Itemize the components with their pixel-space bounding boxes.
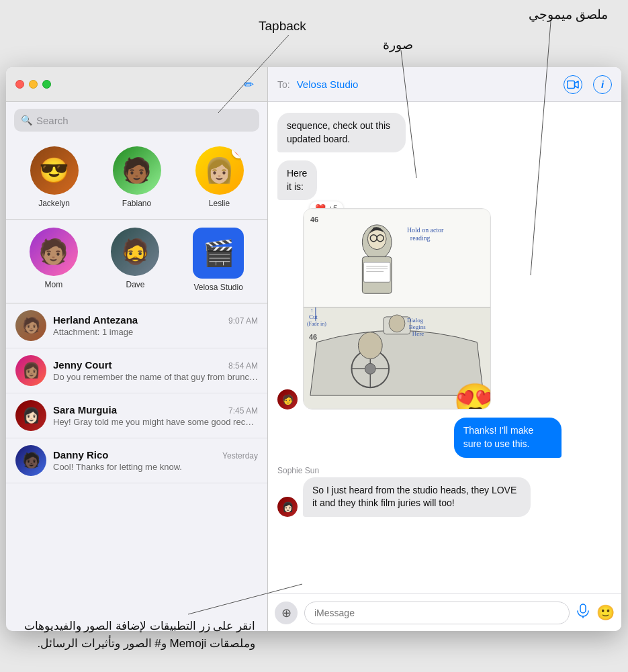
conv-time-danny: Yesterday (222, 451, 258, 461)
chat-header-actions: i (564, 75, 612, 94)
conversation-danny[interactable]: 🧑🏿 Danny Rico Yesterday Cool! Thanks for… (6, 438, 267, 483)
svg-rect-5 (304, 209, 490, 309)
message-thanks: Thanks! I'll make sure to use this. (454, 418, 562, 457)
avatar-sender-image: 🧑 (277, 389, 298, 410)
search-bar[interactable]: 🔍 Search (14, 109, 259, 132)
chat-messages: sequence, check out this updated board. … (268, 102, 621, 593)
message-here-it-is: Here it is: (277, 160, 317, 200)
contact-name-leslie: Leslie (209, 199, 230, 208)
conv-preview-herland: Attachment: 1 image (53, 327, 258, 337)
conv-time-jenny: 8:54 AM (228, 361, 258, 371)
sidebar: ✏ 🔍 Search 😎 Jackelyn 🧑🏾 Fabiano (6, 67, 268, 631)
pinned-contact-fabiano[interactable]: 🧑🏾 Fabiano (113, 146, 161, 208)
traffic-lights (15, 80, 51, 89)
svg-point-29 (389, 315, 405, 332)
memoji-annotation-label: ملصق ميموجي (529, 7, 608, 22)
conversation-jenny[interactable]: 👩🏽 Jenny Court 8:54 AM Do you remember t… (6, 348, 267, 393)
conversation-sara[interactable]: 👩🏻 Sara Murguia 7:45 AM Hey! Gray told m… (6, 393, 267, 438)
avatar-fabiano: 🧑🏾 (113, 146, 161, 195)
avatar-dave: 🧔 (111, 228, 159, 276)
conv-preview-danny: Cool! Thanks for letting me know. (53, 462, 258, 472)
svg-text:Hold on actor: Hold on actor (407, 226, 444, 234)
svg-text:(Fade in): (Fade in) (307, 321, 326, 327)
conv-time-sara: 7:45 AM (228, 406, 258, 416)
sender-name-sophie: Sophie Sun (277, 466, 612, 475)
conv-content-jenny: Jenny Court 8:54 AM Do you remember the … (53, 359, 258, 382)
svg-text:Here: Here (412, 330, 424, 337)
audio-button[interactable] (576, 604, 590, 622)
chat-panel: To: Velosa Studio i sequence, check out … (268, 67, 621, 631)
conv-content-herland: Herland Antezana 9:07 AM Attachment: 1 i… (53, 314, 258, 337)
compose-button[interactable]: ✏ (239, 75, 258, 94)
svg-text:Dialog: Dialog (407, 317, 424, 324)
pinned-contact-leslie[interactable]: 👩🏼 ❤️ Leslie (195, 146, 244, 208)
svg-rect-4 (568, 81, 575, 88)
conv-name-danny: Danny Rico (53, 449, 109, 461)
svg-rect-38 (580, 604, 586, 613)
svg-point-27 (358, 332, 382, 359)
avatar-mom: 🧑🏽 (30, 228, 78, 276)
sidebar-titlebar: ✏ (6, 67, 267, 102)
svg-text:↑: ↑ (310, 307, 313, 314)
image-message-container: ❤️ +5 (303, 208, 491, 410)
svg-text:reading: reading (410, 234, 431, 242)
conv-preview-jenny: Do you remember the name of that guy fro… (53, 372, 258, 382)
conv-name-jenny: Jenny Court (53, 359, 112, 371)
contact-name-mom: Mom (44, 280, 62, 289)
contact-name-dave: Dave (126, 280, 144, 289)
conversation-list: 🧑🏽 Herland Antezana 9:07 AM Attachment: … (6, 303, 267, 631)
bottom-annotation-text: انقر على زر التطبيقات لإضافة الصور والفي… (13, 618, 255, 652)
fullscreen-button[interactable] (42, 80, 51, 89)
svg-text:Begins: Begins (409, 324, 426, 330)
pinned-contact-mom[interactable]: 🧑🏽 Mom (30, 228, 78, 292)
avatar-sara: 👩🏻 (15, 400, 46, 431)
svg-text:Cut: Cut (309, 314, 318, 320)
chat-input-bar: ⊕ 🙂 (268, 593, 621, 631)
svg-text:46: 46 (309, 333, 317, 341)
conv-preview-sara: Hey! Gray told me you might have some go… (53, 417, 258, 427)
conv-name-sara: Sara Murguia (53, 404, 117, 416)
search-placeholder: Search (36, 115, 69, 126)
svg-text:46: 46 (310, 215, 318, 224)
pinned-contact-dave[interactable]: 🧔 Dave (111, 228, 159, 292)
conv-content-sara: Sara Murguia 7:45 AM Hey! Gray told me y… (53, 404, 258, 427)
search-icon: 🔍 (21, 115, 32, 126)
to-label: To: (277, 79, 290, 90)
message-sequence: sequence, check out this updated board. (277, 113, 406, 152)
conv-content-danny: Danny Rico Yesterday Cool! Thanks for le… (53, 449, 258, 472)
message-sophie: 👩🏻 So I just heard from the studio heads… (277, 477, 612, 517)
video-call-button[interactable] (564, 75, 582, 94)
conversation-herland[interactable]: 🧑🏽 Herland Antezana 9:07 AM Attachment: … (6, 303, 267, 348)
emoji-button[interactable]: 🙂 (596, 604, 615, 622)
pinned-contact-velosa[interactable]: 🎬 Velosa Studio (193, 228, 244, 292)
avatar-jackelyn: 😎 (30, 146, 79, 195)
message-sophie-group: Sophie Sun 👩🏻 So I just heard from the s… (277, 466, 612, 517)
apps-button[interactable]: ⊕ (275, 602, 298, 624)
online-indicator-mom (70, 268, 78, 276)
conv-time-herland: 9:07 AM (228, 316, 258, 326)
contact-name-fabiano: Fabiano (122, 199, 151, 208)
message-image-group: 🧑 ❤️ +5 (277, 208, 491, 410)
contact-name-velosa: Velosa Studio (193, 283, 242, 292)
svg-rect-12 (363, 262, 390, 283)
avatar-danny: 🧑🏿 (15, 445, 46, 476)
memoji-sticker: 😍 (453, 381, 491, 410)
app-window: ✏ 🔍 Search 😎 Jackelyn 🧑🏾 Fabiano (6, 67, 621, 631)
avatar-velosa: 🎬 (193, 228, 244, 279)
storyboard-image: Hold on actor reading 46 (303, 208, 491, 410)
svg-point-22 (365, 364, 375, 375)
close-button[interactable] (15, 80, 24, 89)
conv-name-herland: Herland Antezana (53, 314, 138, 326)
pinned-contacts-row2: 🧑🏽 Mom 🧔 Dave 🎬 Velosa Studio (6, 220, 267, 303)
pinned-contact-jackelyn[interactable]: 😎 Jackelyn (30, 146, 79, 208)
message-input[interactable] (304, 602, 570, 624)
chat-header: To: Velosa Studio i (268, 67, 621, 102)
avatar-sophie: 👩🏻 (277, 497, 298, 517)
contact-name-jackelyn: Jackelyn (38, 199, 70, 208)
tapback-annotation-label: Tapback (259, 19, 306, 34)
message-sophie-text: So I just heard from the studio heads, t… (303, 477, 531, 517)
image-annotation-label: صورة (383, 37, 413, 52)
info-button[interactable]: i (593, 75, 612, 94)
avatar-herland: 🧑🏽 (15, 310, 46, 341)
minimize-button[interactable] (29, 80, 38, 89)
